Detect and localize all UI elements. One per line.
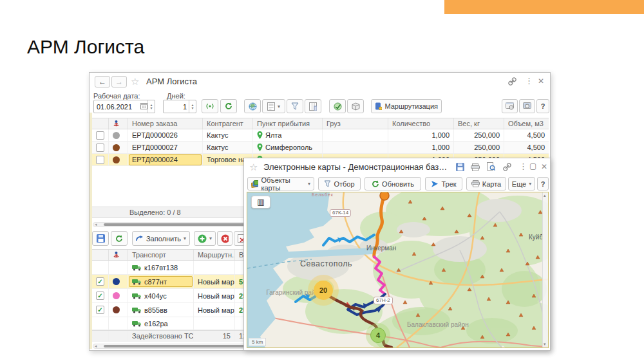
forward-button[interactable]: → — [111, 76, 127, 88]
refresh-button[interactable] — [220, 99, 237, 113]
routing-label: Маршрутизация — [384, 102, 438, 110]
favorite-star-icon[interactable]: ☆ — [131, 76, 139, 88]
refresh-routes-button[interactable] — [111, 231, 128, 246]
scroll-up-icon[interactable]: ▴ — [544, 193, 546, 198]
transport-col-route[interactable]: Маршрутн... — [194, 250, 235, 260]
calendar-icon[interactable] — [140, 102, 147, 111]
scrollbar-thumb[interactable] — [104, 345, 258, 347]
map-objects-button[interactable]: Объекты карты ▾ — [247, 177, 314, 190]
orders-header-marker-col — [109, 118, 128, 129]
map-window-title: Электронные карты - Демонстрационная баз… — [263, 162, 450, 172]
anchor-icon — [113, 251, 120, 259]
cube-button[interactable] — [347, 99, 364, 113]
curved-arrow-icon — [136, 236, 144, 242]
map-vscrollbar[interactable]: ▴ ▾ — [542, 192, 548, 347]
fill-button[interactable]: Заполнить ▾ — [132, 231, 190, 246]
scroll-down-icon[interactable]: ▾ — [544, 342, 546, 347]
window-grid-icon — [523, 102, 531, 110]
green-globe-icon — [334, 102, 342, 111]
spin-down-icon: ▾ — [150, 107, 152, 110]
track-label: Трек — [441, 180, 456, 188]
row-checkbox[interactable] — [96, 131, 104, 140]
orders-col-weight[interactable]: Вес, кг — [454, 118, 504, 129]
vehicle-plate: е162ра — [144, 320, 168, 328]
geo-load-button[interactable] — [329, 99, 346, 113]
orders-col-number[interactable]: Номер заказа — [128, 118, 203, 129]
kebab-menu-icon[interactable]: ⋮ — [519, 162, 527, 171]
maximize-icon[interactable]: ▢ — [529, 162, 536, 170]
route-name — [194, 317, 235, 329]
print-icon[interactable] — [471, 162, 480, 174]
report-menu-button[interactable]: ▾ — [262, 99, 285, 113]
row-checkbox-checked[interactable]: ✓ — [96, 292, 104, 300]
list-settings-button[interactable] — [305, 99, 321, 113]
vehicle-plate: в855вв — [144, 306, 167, 314]
order-row[interactable]: ЕРТД0000027 Кактус Симферополь 1,000 250… — [92, 142, 549, 154]
map-button[interactable] — [244, 99, 261, 113]
orders-col-cargo[interactable]: Груз — [323, 118, 388, 129]
funnel-icon — [324, 180, 331, 187]
map-help-button[interactable]: ? — [537, 177, 549, 190]
route-name: Новый мар... — [194, 303, 235, 317]
filter-settings-button[interactable] — [287, 99, 303, 113]
save-button[interactable] — [92, 231, 109, 246]
save-icon[interactable] — [456, 162, 464, 174]
orders-header-checkbox-col — [92, 118, 109, 129]
transport-col-vehicle[interactable]: Транспорт — [128, 250, 194, 260]
cluster-count: 20 — [319, 286, 327, 294]
orders-col-volume[interactable]: Объем, м3 — [504, 118, 549, 129]
row-checkbox-checked[interactable]: ✓ — [96, 306, 104, 314]
working-date-input[interactable]: 01.06.2021 ▴▾ — [93, 100, 155, 113]
routing-button[interactable]: Маршрутизация — [371, 99, 442, 113]
order-destination: Симферополь — [265, 143, 312, 151]
back-button[interactable]: ← — [95, 76, 110, 88]
routing-icon — [375, 102, 382, 110]
scroll-left-icon[interactable]: ◂ — [95, 222, 97, 227]
spin-down-icon: ▾ — [191, 107, 193, 110]
arm-titlebar: ← → ☆ АРМ Логиста ⋮ ✕ — [90, 73, 550, 90]
antenna-icon — [205, 103, 214, 109]
help-button[interactable]: ? — [536, 99, 549, 113]
close-icon[interactable]: ✕ — [538, 77, 544, 85]
days-spinner[interactable]: ▴▾ — [189, 100, 196, 113]
track-button[interactable]: Трек — [425, 177, 462, 190]
more-button[interactable]: Еще ▾ — [508, 177, 535, 190]
row-checkbox-checked[interactable]: ✓ — [96, 277, 104, 286]
form-settings-button[interactable] — [502, 99, 518, 113]
link-icon[interactable] — [508, 77, 516, 88]
cube-icon — [352, 102, 360, 111]
days-input[interactable]: 1 ▴▾ — [163, 100, 196, 113]
working-date-value: 01.06.2021 — [94, 103, 140, 111]
navigation-arrow-icon — [431, 180, 439, 188]
delete-route-button[interactable] — [217, 231, 232, 246]
caret-down-icon: ▾ — [209, 236, 212, 241]
route-color-dot — [113, 156, 120, 163]
filter-button[interactable]: Отбор — [318, 177, 361, 190]
link-icon[interactable] — [503, 162, 511, 174]
cluster-marker-4[interactable]: 4 — [370, 328, 386, 343]
scroll-left-icon[interactable]: ◂ — [95, 344, 97, 349]
row-checkbox[interactable] — [96, 143, 104, 152]
print-map-button[interactable]: Карта — [466, 177, 506, 190]
favorite-star-icon[interactable]: ☆ — [249, 162, 258, 173]
question-icon: ? — [541, 180, 545, 188]
order-row[interactable]: ЕРТД0000026 Кактус Ялта 1,000 250,000 4,… — [92, 129, 549, 142]
window-layout-button[interactable] — [519, 99, 535, 113]
truck-icon — [132, 306, 142, 313]
scrollbar-thumb[interactable] — [104, 223, 245, 226]
working-date-label: Рабочая дата: — [93, 92, 140, 100]
close-icon[interactable]: ✕ — [541, 163, 547, 171]
add-route-button[interactable]: ▾ — [194, 231, 216, 246]
cluster-marker-20[interactable]: 20 — [314, 281, 333, 300]
date-spinner[interactable]: ▴▾ — [147, 100, 155, 113]
auto-refresh-button[interactable] — [202, 99, 218, 113]
orders-col-destination[interactable]: Пункт прибытия — [253, 118, 323, 129]
row-checkbox[interactable] — [96, 156, 104, 164]
preview-icon[interactable] — [487, 162, 495, 173]
kebab-menu-icon[interactable]: ⋮ — [525, 77, 533, 85]
orders-col-qty[interactable]: Количество — [388, 118, 454, 129]
map-canvas[interactable]: Севастополь Инкерман Гагаринский район Б… — [247, 192, 549, 348]
refresh-map-button[interactable]: Обновить — [365, 177, 421, 190]
orders-col-contractor[interactable]: Контрагент — [203, 118, 253, 129]
map-layers-button[interactable]: ▥ — [251, 196, 270, 208]
